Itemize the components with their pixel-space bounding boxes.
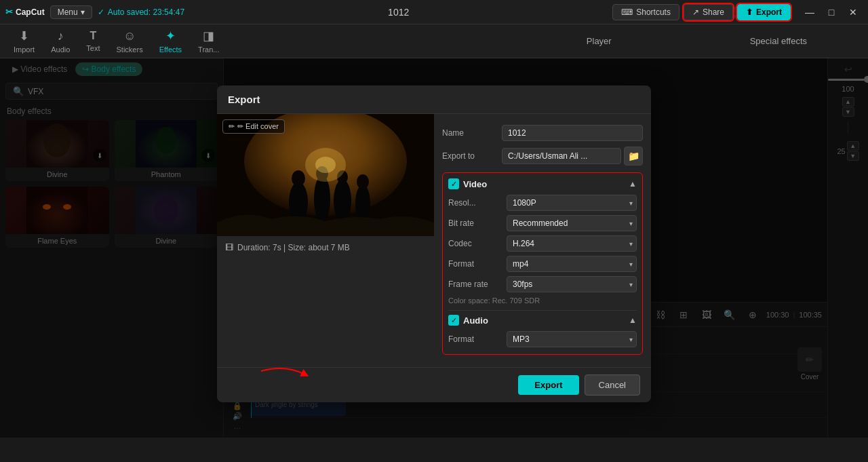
export-arrow-indicator — [258, 361, 312, 381]
video-collapse-icon[interactable]: ▲ — [629, 179, 637, 189]
menu-chevron-icon: ▾ — [81, 7, 85, 17]
tool-import[interactable]: ⬇ Import — [7, 26, 41, 56]
export-to-row: Export to 📁 — [442, 144, 643, 168]
tool-effects[interactable]: ✦ Effects — [153, 26, 189, 56]
framerate-select[interactable]: 30fps 24fps 60fps — [507, 276, 637, 292]
video-section-title: Video — [463, 179, 625, 189]
video-section-header: ✓ Video ▲ — [448, 178, 637, 189]
video-fields: Resol... 1080P 720P 480P 4K ▾ — [448, 193, 637, 307]
svg-point-17 — [314, 175, 330, 223]
share-button[interactable]: ↗ Share — [684, 4, 733, 20]
color-space-note: Color space: Rec. 709 SDR — [448, 295, 637, 307]
svg-point-19 — [334, 179, 351, 223]
tool-audio[interactable]: ♪ Audio — [44, 26, 77, 56]
import-label: Import — [14, 45, 35, 54]
preview-image-area: ✏ ✏ Edit cover — [217, 114, 434, 236]
shortcuts-icon: ⌨ — [621, 7, 633, 17]
project-title: 1012 — [190, 7, 607, 18]
codec-row: Codec H.264 H.265 VP9 ▾ — [448, 234, 637, 253]
window-controls: — □ ✕ — [800, 3, 863, 22]
codec-select[interactable]: H.264 H.265 VP9 — [507, 235, 637, 252]
edit-cover-button[interactable]: ✏ ✏ Edit cover — [222, 119, 285, 134]
tool-stickers[interactable]: ☺ Stickers — [110, 26, 150, 56]
text-icon: T — [90, 30, 97, 42]
dialog-footer: Export Cancel — [217, 367, 651, 402]
dialog-header: Export — [217, 85, 651, 114]
player-label: Player — [587, 36, 612, 46]
framerate-select-wrap: 30fps 24fps 60fps ▾ — [507, 276, 637, 292]
video-section: ✓ Video ▲ Resol... 1080P — [442, 172, 643, 355]
audio-format-select-wrap: MP3 AAC WAV ▾ — [507, 331, 637, 347]
export-dialog: Export — [217, 85, 651, 402]
resolution-select-wrap: 1080P 720P 480P 4K ▾ — [507, 195, 637, 211]
svg-point-24 — [315, 157, 336, 173]
audio-collapse-icon[interactable]: ▲ — [629, 315, 637, 325]
topbar: ✂ CapCut Menu ▾ ✓ Auto saved: 23:54:47 1… — [0, 0, 868, 24]
modal-backdrop: Export — [0, 58, 868, 438]
effects-icon: ✦ — [165, 28, 176, 43]
video-checkbox[interactable]: ✓ — [448, 178, 459, 189]
format-select[interactable]: mp4 mov avi — [507, 256, 637, 272]
preview-footer: 🎞 Duration: 7s | Size: about 7 MB — [217, 236, 434, 259]
audio-format-row: Format MP3 AAC WAV ▾ — [448, 330, 637, 349]
name-row: Name — [442, 122, 643, 144]
stickers-label: Stickers — [117, 45, 143, 54]
dialog-export-button[interactable]: Export — [518, 375, 578, 395]
resolution-select[interactable]: 1080P 720P 480P 4K — [507, 195, 637, 211]
export-path-input[interactable] — [502, 148, 621, 164]
format-row: Format mp4 mov avi ▾ — [448, 254, 637, 273]
app-name: ✂ — [5, 7, 13, 17]
folder-button[interactable]: 📁 — [624, 147, 643, 166]
menu-button[interactable]: Menu ▾ — [50, 5, 92, 19]
maximize-button[interactable]: □ — [822, 3, 841, 22]
topbar-actions: ⌨ Shortcuts ↗ Share ⬆ Export — □ ✕ — [612, 3, 863, 22]
codec-select-wrap: H.264 H.265 VP9 ▾ — [507, 235, 637, 252]
bitrate-select-wrap: Recommended Low Medium High ▾ — [507, 215, 637, 231]
audio-section-title: Audio — [463, 315, 625, 326]
minimize-button[interactable]: — — [800, 3, 819, 22]
tool-transitions[interactable]: ◨ Tran... — [191, 26, 226, 56]
dialog-preview: ✏ ✏ Edit cover 🎞 Duration: 7s | Size: ab… — [217, 114, 434, 367]
dialog-cancel-button[interactable]: Cancel — [585, 374, 640, 396]
audio-section-header: ✓ Audio ▲ — [448, 315, 637, 326]
transitions-icon: ◨ — [203, 28, 214, 43]
resolution-row: Resol... 1080P 720P 480P 4K ▾ — [448, 193, 637, 212]
audio-label: Audio — [51, 45, 70, 54]
name-input[interactable] — [502, 125, 643, 141]
close-button[interactable]: ✕ — [844, 3, 863, 22]
audio-checkbox[interactable]: ✓ — [448, 315, 459, 326]
export-path-value: 📁 — [502, 147, 643, 166]
svg-point-22 — [357, 174, 369, 189]
bitrate-label: Bit rate — [448, 218, 502, 228]
dialog-settings: Name Export to 📁 — [434, 114, 651, 367]
bitrate-row: Bit rate Recommended Low Medium High ▾ — [448, 214, 637, 233]
svg-point-16 — [292, 170, 305, 187]
bitrate-select[interactable]: Recommended Low Medium High — [507, 215, 637, 231]
film-icon: 🎞 — [225, 243, 233, 252]
main-area: ▶ Video effects ↪ Body effects 🔍 Body ef… — [0, 58, 868, 438]
text-label: Text — [86, 44, 100, 52]
app-title: CapCut — [16, 7, 45, 17]
audio-format-select[interactable]: MP3 AAC WAV — [507, 331, 637, 347]
stickers-icon: ☺ — [123, 29, 136, 43]
framerate-row: Frame rate 30fps 24fps 60fps ▾ — [448, 275, 637, 294]
special-effects-label: Special effects — [750, 36, 807, 46]
autosave-check-icon: ✓ — [98, 7, 104, 17]
svg-point-21 — [355, 185, 370, 223]
import-icon: ⬇ — [19, 28, 29, 43]
tool-text[interactable]: T Text — [79, 27, 106, 55]
folder-icon: 📁 — [628, 151, 639, 161]
name-value — [502, 125, 643, 141]
shortcuts-button[interactable]: ⌨ Shortcuts — [612, 4, 679, 20]
share-icon: ↗ — [692, 7, 699, 17]
audio-format-label: Format — [448, 334, 502, 344]
format-label: Format — [448, 259, 502, 269]
export-button[interactable]: ⬆ Export — [737, 4, 791, 20]
app-logo: ✂ CapCut — [5, 7, 45, 17]
transitions-label: Tran... — [198, 45, 219, 54]
name-label: Name — [442, 128, 496, 138]
autosave-indicator: ✓ Auto saved: 23:54:47 — [98, 7, 184, 17]
export-to-label: Export to — [442, 151, 496, 161]
duration-info: Duration: 7s | Size: about 7 MB — [237, 243, 350, 252]
format-select-wrap: mp4 mov avi ▾ — [507, 256, 637, 272]
